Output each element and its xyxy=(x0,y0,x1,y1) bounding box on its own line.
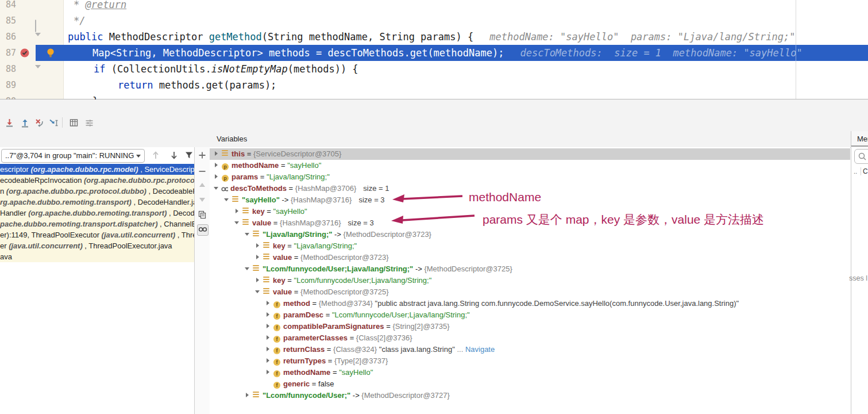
variable-row[interactable]: key = "Ljava/lang/String;" xyxy=(210,240,850,252)
show-watches-icon[interactable] xyxy=(197,224,209,236)
variable-row[interactable]: "Lcom/funnycode/User;" -> {MethodDescrip… xyxy=(210,390,850,401)
copy-stack-icon[interactable] xyxy=(197,210,207,220)
frame-row[interactable]: er):1149, ThreadPoolExecutor (java.util.… xyxy=(0,229,194,240)
variable-ref: {MethodDescriptor@3727} xyxy=(361,391,449,400)
chevron-collapsed-icon[interactable] xyxy=(213,162,219,168)
value-icon xyxy=(253,231,260,237)
code-line-87[interactable]: 87Map<String, MethodDescriptor> methods … xyxy=(0,45,868,61)
code-line-84[interactable]: 84* @return xyxy=(0,0,868,13)
move-watch-up-icon[interactable] xyxy=(197,181,207,191)
variable-row[interactable]: pparams = "Ljava/lang/String;" xyxy=(210,171,850,183)
chevron-expanded-icon[interactable] xyxy=(213,185,219,191)
chevron-collapsed-icon[interactable] xyxy=(254,277,261,283)
breakpoint-verified-icon[interactable] xyxy=(20,48,30,58)
debug-panel-headers: Variables Mer xyxy=(0,131,868,148)
frame-row[interactable]: rg.apache.dubbo.remoting.transport) , De… xyxy=(0,197,194,208)
variable-row[interactable]: fgeneric = false xyxy=(210,378,850,390)
chevron-collapsed-icon[interactable] xyxy=(265,335,271,340)
variable-row[interactable]: pmethodName = "sayHello" xyxy=(210,160,850,171)
variables-panel-title: Variables xyxy=(217,135,247,143)
chevron-collapsed-icon[interactable] xyxy=(265,312,271,317)
chevron-collapsed-icon[interactable] xyxy=(213,174,219,179)
frame-row[interactable]: ecodeableRpcInvocation (org.apache.dubbo… xyxy=(0,175,194,186)
variable-row[interactable]: freturnTypes = {Type[2]@3737} xyxy=(210,355,850,367)
annotation-label-params: params 又是个 map，key 是参数，value 是方法描述 xyxy=(483,212,764,228)
code-line-85[interactable]: 85*/ xyxy=(0,13,868,29)
chevron-collapsed-icon[interactable] xyxy=(265,300,271,306)
move-down-icon[interactable] xyxy=(169,150,179,160)
variable-row[interactable]: this = {ServiceDescriptor@3705} xyxy=(210,148,850,160)
variable-str: "sayHello" xyxy=(287,161,321,170)
variable-link[interactable]: Navigate xyxy=(465,345,495,354)
watches-toolbar xyxy=(195,147,210,414)
line-number: 84 xyxy=(6,0,16,13)
value-icon xyxy=(253,265,260,272)
chevron-collapsed-icon[interactable] xyxy=(213,151,219,156)
chevron-expanded-icon[interactable] xyxy=(244,266,250,271)
frame-row[interactable]: escriptor (org.apache.dubbo.rpc.model) ,… xyxy=(0,164,194,175)
line-number: 86 xyxy=(6,29,16,45)
chevron-expanded-icon[interactable] xyxy=(234,220,240,225)
code-editor[interactable]: 84* @return85*/86public MethodDescriptor… xyxy=(0,0,868,99)
step-out-icon[interactable] xyxy=(20,118,30,128)
chevron-collapsed-icon[interactable] xyxy=(244,392,250,398)
frame-row[interactable]: er (java.util.concurrent) , ThreadPoolEx… xyxy=(0,240,194,251)
variable-row[interactable]: fparamDesc = "Lcom/funnycode/User;Ljava/… xyxy=(210,309,850,321)
variable-name: key xyxy=(252,207,265,216)
variable-row[interactable]: value = {MethodDescriptor@3723} xyxy=(210,252,850,263)
frame-row[interactable]: ava xyxy=(0,251,194,262)
fold-marker-icon[interactable] xyxy=(35,66,41,72)
frame-row[interactable]: n (org.apache.dubbo.rpc.protocol.dubbo) … xyxy=(0,186,194,197)
code-line-86[interactable]: 86public MethodDescriptor getMethod(Stri… xyxy=(0,29,868,45)
move-up-icon[interactable] xyxy=(151,150,161,160)
variable-name: methodName xyxy=(283,368,330,377)
chevron-expanded-icon[interactable] xyxy=(244,231,250,237)
fold-marker-icon[interactable] xyxy=(35,18,41,24)
chevron-collapsed-icon[interactable] xyxy=(265,358,271,363)
filter-icon[interactable] xyxy=(184,150,194,160)
value-icon xyxy=(263,288,270,295)
view-as-table-icon[interactable] xyxy=(69,118,79,128)
memory-search-input[interactable] xyxy=(854,149,868,164)
add-watch-icon[interactable] xyxy=(197,151,207,161)
chevron-collapsed-icon[interactable] xyxy=(254,254,261,260)
variable-ref: {HashMap@3716} xyxy=(291,195,352,204)
drop-frame-icon[interactable] xyxy=(34,118,44,128)
variable-row[interactable]: key = "Lcom/funnycode/User;Ljava/lang/St… xyxy=(210,275,850,286)
variable-row[interactable]: "Ljava/lang/String;" -> {MethodDescripto… xyxy=(210,229,850,240)
value-icon xyxy=(242,208,249,214)
move-watch-down-icon[interactable] xyxy=(197,194,207,205)
frame-row[interactable]: Handler (org.apache.dubbo.remoting.trans… xyxy=(0,208,194,218)
variable-name: value xyxy=(252,218,271,227)
variable-row[interactable]: fmethod = {Method@3734} "public abstract… xyxy=(210,298,850,309)
intention-bulb-icon[interactable] xyxy=(46,48,55,58)
chevron-expanded-icon[interactable] xyxy=(223,197,230,202)
variable-row[interactable]: freturnClass = {Class@324} "class java.l… xyxy=(210,344,850,355)
code-line-88[interactable]: 88if (CollectionUtils.isNotEmptyMap(meth… xyxy=(0,61,868,77)
chevron-collapsed-icon[interactable] xyxy=(265,323,271,329)
variable-row[interactable]: value = {MethodDescriptor@3725} xyxy=(210,286,850,298)
step-into-icon[interactable] xyxy=(5,118,14,128)
variable-row[interactable]: fparameterClasses = {Class[2]@3736} xyxy=(210,332,850,344)
customize-layout-icon[interactable] xyxy=(84,118,94,128)
thread-selector-text: ..7"@3,704 in group "main": RUNNING xyxy=(5,151,134,160)
run-to-cursor-icon[interactable] xyxy=(49,118,59,128)
chevron-collapsed-icon[interactable] xyxy=(254,243,261,248)
remove-watch-icon[interactable] xyxy=(197,167,207,177)
variable-row[interactable]: "Lcom/funnycode/User;Ljava/lang/String;"… xyxy=(210,263,850,275)
variable-row[interactable]: fmethodName = "sayHello" xyxy=(210,367,850,378)
frame-row[interactable]: pache.dubbo.remoting.transport.dispatche… xyxy=(0,218,194,229)
chevron-expanded-icon[interactable] xyxy=(254,289,261,294)
tab-memory[interactable]: Mer xyxy=(851,131,868,147)
code-line-89[interactable]: 89return methods.get(params); xyxy=(0,77,868,93)
thread-selector-dropdown[interactable]: ..7"@3,704 in group "main": RUNNING xyxy=(1,149,145,163)
debug-step-toolbar xyxy=(0,114,868,131)
fold-marker-icon[interactable] xyxy=(35,34,41,40)
variable-name: value xyxy=(273,288,292,296)
chevron-collapsed-icon[interactable] xyxy=(265,369,271,375)
variable-row[interactable]: fcompatibleParamSignatures = {String[2]@… xyxy=(210,321,850,332)
chevron-collapsed-icon[interactable] xyxy=(234,208,240,214)
chevron-collapsed-icon[interactable] xyxy=(265,346,271,352)
value-icon xyxy=(263,242,270,249)
variable-dark: "public abstract java.lang.String com.fu… xyxy=(373,299,739,308)
